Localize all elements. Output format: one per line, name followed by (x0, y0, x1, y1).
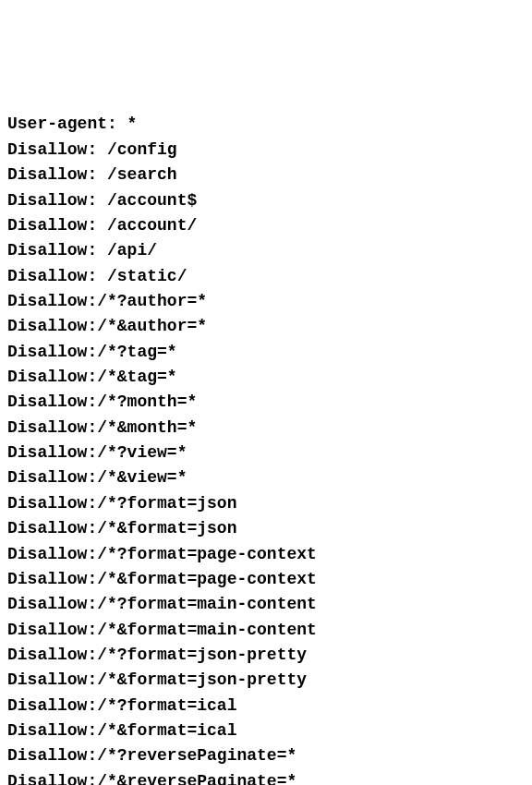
robots-line: Disallow: /api/ (7, 238, 525, 263)
robots-line: Disallow:/*&reversePaginate=* (7, 769, 525, 785)
robots-line: Disallow: /account/ (7, 213, 525, 238)
robots-txt-content: User-agent: *Disallow: /configDisallow: … (7, 112, 525, 785)
robots-line: Disallow: /account$ (7, 188, 525, 213)
robots-line: Disallow:/*?format=ical (7, 694, 525, 719)
robots-line: Disallow:/*&format=main-content (7, 618, 525, 643)
robots-line: Disallow:/*?month=* (7, 390, 525, 415)
robots-line: Disallow:/*&format=json-pretty (7, 668, 525, 693)
robots-line: Disallow:/*?reversePaginate=* (7, 743, 525, 768)
robots-line: Disallow:/*&tag=* (7, 365, 525, 390)
robots-line: Disallow:/*?format=json-pretty (7, 643, 525, 668)
robots-line: Disallow:/*?tag=* (7, 340, 525, 365)
robots-line: Disallow:/*?view=* (7, 441, 525, 465)
robots-line: Disallow:/*&view=* (7, 465, 525, 490)
robots-line: Disallow:/*?format=json (7, 491, 525, 516)
robots-line: Disallow:/*&author=* (7, 314, 525, 339)
robots-line: Disallow:/*&month=* (7, 416, 525, 441)
robots-line: Disallow:/*?format=main-content (7, 592, 525, 617)
robots-line: User-agent: * (7, 112, 525, 137)
robots-line: Disallow:/*?format=page-context (7, 542, 525, 567)
robots-line: Disallow: /static/ (7, 264, 525, 289)
robots-line: Disallow:/*&format=json (7, 516, 525, 541)
robots-line: Disallow:/*&format=ical (7, 719, 525, 743)
robots-line: Disallow: /config (7, 138, 525, 163)
robots-line: Disallow:/*?author=* (7, 289, 525, 314)
robots-line: Disallow:/*&format=page-context (7, 567, 525, 592)
robots-line: Disallow: /search (7, 163, 525, 187)
